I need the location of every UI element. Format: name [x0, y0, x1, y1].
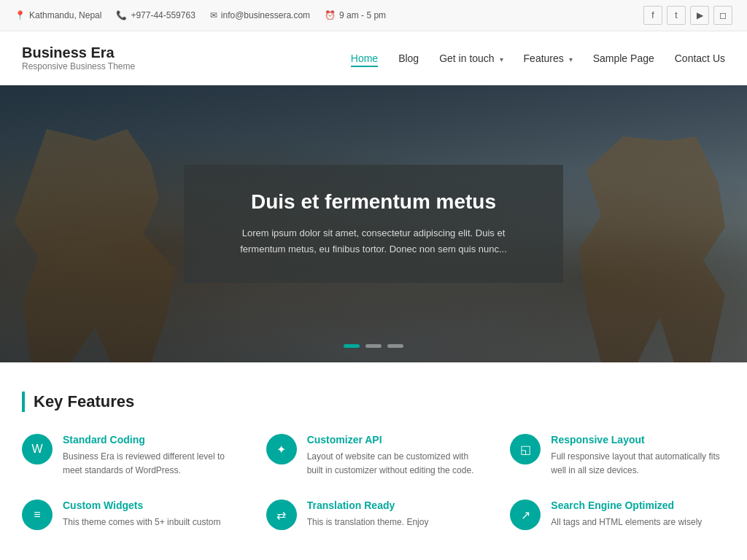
feature-item-1: W Standard Coding Business Era is review… [22, 434, 237, 478]
seo-icon: ↗ [510, 499, 541, 530]
nav-list: Home Blog Get in touch ▾ Features ▾ Samp… [351, 52, 725, 64]
hours-info: ⏰ 9 am - 5 pm [325, 10, 386, 20]
main-nav: Home Blog Get in touch ▾ Features ▾ Samp… [351, 52, 725, 64]
hero-figure-right [579, 136, 725, 362]
section-border-accent [22, 392, 25, 412]
top-bar-info: 📍 Kathmandu, Nepal 📞 +977-44-559763 ✉ in… [15, 10, 386, 20]
location-icon: 📍 [15, 10, 26, 20]
custom-widgets-icon: ≡ [22, 499, 53, 530]
hero-dot-3[interactable] [387, 344, 403, 348]
section-title: Key Features [34, 392, 134, 411]
feature-title-5: Translation Ready [307, 499, 429, 511]
nav-link-home[interactable]: Home [351, 52, 378, 67]
nav-link-features[interactable]: Features ▾ [524, 52, 573, 64]
header: Business Era Responsive Business Theme H… [0, 31, 747, 85]
feature-content-4: Custom Widgets This theme comes with 5+ … [63, 499, 220, 529]
location-info: 📍 Kathmandu, Nepal [15, 10, 101, 20]
features-grid: W Standard Coding Business Era is review… [22, 434, 725, 530]
feature-content-1: Standard Coding Business Era is reviewed… [63, 434, 237, 478]
nav-link-blog[interactable]: Blog [398, 52, 419, 64]
instagram-icon[interactable]: ◻ [713, 6, 732, 25]
feature-title-6: Search Engine Optimized [551, 499, 702, 511]
feature-desc-1: Business Era is reviewed different level… [63, 450, 237, 478]
nav-item-sample-page[interactable]: Sample Page [593, 52, 654, 64]
hero-dots [344, 344, 403, 348]
feature-item-6: ↗ Search Engine Optimized All tags and H… [510, 499, 725, 530]
hero-dot-2[interactable] [365, 344, 382, 348]
dropdown-arrow-get-in-touch: ▾ [500, 55, 503, 63]
feature-content-6: Search Engine Optimized All tags and HTM… [551, 499, 702, 529]
translation-ready-icon: ⇄ [266, 499, 297, 530]
logo: Business Era Responsive Business Theme [22, 44, 135, 71]
social-links: f t ▶ ◻ [643, 6, 732, 25]
responsive-layout-icon: ◱ [510, 434, 541, 464]
feature-desc-6: All tags and HTML elements are wisely [551, 516, 702, 529]
feature-content-5: Translation Ready This is translation th… [307, 499, 429, 529]
email-info: ✉ info@businessera.com [210, 10, 310, 20]
nav-item-home[interactable]: Home [351, 52, 378, 64]
customizer-api-icon: ✦ [266, 434, 297, 464]
nav-link-sample-page[interactable]: Sample Page [593, 52, 654, 64]
hero-title: Duis et fermentum metus [228, 190, 519, 214]
facebook-icon[interactable]: f [643, 6, 662, 25]
hero-section: Duis et fermentum metus Lorem ipsum dolo… [0, 85, 747, 362]
nav-link-get-in-touch[interactable]: Get in touch ▾ [439, 52, 503, 64]
hero-text: Lorem ipsum dolor sit amet, consectetur … [228, 225, 519, 257]
feature-content-2: Customizer API Layout of website can be … [307, 434, 481, 478]
feature-desc-3: Full responsive layout that automaticall… [551, 450, 725, 478]
phone-info: 📞 +977-44-559763 [116, 10, 195, 20]
hero-figure-left [15, 129, 175, 362]
email-icon: ✉ [210, 10, 217, 20]
feature-title-4: Custom Widgets [63, 499, 220, 511]
nav-item-features[interactable]: Features ▾ [524, 52, 573, 64]
feature-item-5: ⇄ Translation Ready This is translation … [266, 499, 481, 530]
nav-item-get-in-touch[interactable]: Get in touch ▾ [439, 52, 503, 64]
feature-title-1: Standard Coding [63, 434, 237, 446]
features-section: Key Features W Standard Coding Business … [0, 362, 747, 545]
feature-desc-2: Layout of website can be customized with… [307, 450, 481, 478]
hero-dot-1[interactable] [344, 344, 360, 348]
feature-desc-5: This is translation theme. Enjoy [307, 516, 429, 529]
top-bar: 📍 Kathmandu, Nepal 📞 +977-44-559763 ✉ in… [0, 0, 747, 31]
phone-icon: 📞 [116, 10, 127, 20]
clock-icon: ⏰ [325, 10, 336, 20]
feature-title-2: Customizer API [307, 434, 481, 446]
nav-link-contact[interactable]: Contact Us [675, 52, 725, 64]
hero-overlay: Duis et fermentum metus Lorem ipsum dolo… [184, 165, 563, 283]
standard-coding-icon: W [22, 434, 53, 464]
youtube-icon[interactable]: ▶ [690, 6, 709, 25]
nav-item-blog[interactable]: Blog [398, 52, 419, 64]
feature-item-2: ✦ Customizer API Layout of website can b… [266, 434, 481, 478]
feature-desc-4: This theme comes with 5+ inbuilt custom [63, 516, 220, 529]
feature-item-3: ◱ Responsive Layout Full responsive layo… [510, 434, 725, 478]
feature-content-3: Responsive Layout Full responsive layout… [551, 434, 725, 478]
dropdown-arrow-features: ▾ [569, 55, 573, 63]
feature-title-3: Responsive Layout [551, 434, 725, 446]
nav-item-contact[interactable]: Contact Us [675, 52, 725, 64]
feature-item-4: ≡ Custom Widgets This theme comes with 5… [22, 499, 237, 530]
twitter-icon[interactable]: t [667, 6, 686, 25]
logo-title: Business Era [22, 44, 135, 61]
section-title-wrap: Key Features [22, 392, 725, 412]
logo-subtitle: Responsive Business Theme [22, 61, 135, 71]
